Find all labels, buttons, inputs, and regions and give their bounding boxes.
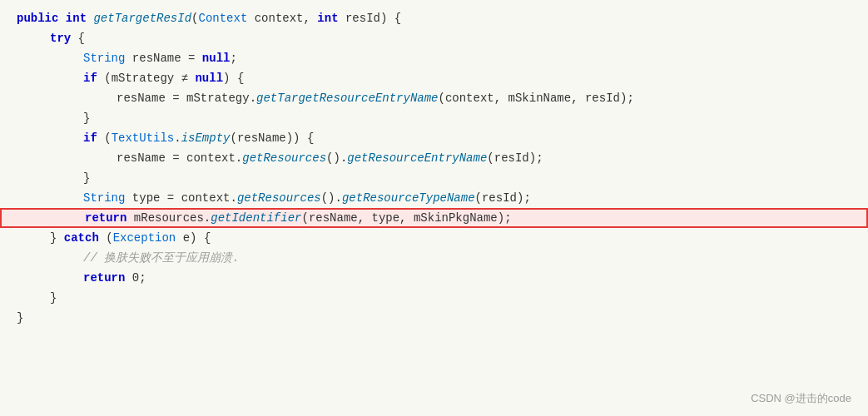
watermark: CSDN @进击的code <box>751 391 851 406</box>
code-line-10: String type = context.getResources().get… <box>0 188 868 208</box>
code-line-12: } catch (Exception e) { <box>0 228 868 248</box>
code-line-3: String resName = null; <box>0 48 868 68</box>
code-container: public int getTargetResId(Context contex… <box>0 0 868 416</box>
code-line-6: } <box>0 108 868 128</box>
code-line-7: if (TextUtils.isEmpty(resName)) { <box>0 128 868 148</box>
code-line-14: return 0; <box>0 268 868 288</box>
code-line-5: resName = mStrategy.getTargetResourceEnt… <box>0 88 868 108</box>
code-line-2: try { <box>0 28 868 48</box>
code-line-1: public int getTargetResId(Context contex… <box>0 8 868 28</box>
code-line-8: resName = context.getResources().getReso… <box>0 148 868 168</box>
code-line-15: } <box>0 288 868 308</box>
code-line-9: } <box>0 168 868 188</box>
code-line-4: if (mStrategy ≠ null) { <box>0 68 868 88</box>
code-line-13: // 换肤失败不至于应用崩溃. <box>0 248 868 268</box>
code-line-11: return mResources.getIdentifier(resName,… <box>0 208 868 228</box>
code-line-16: } <box>0 308 868 328</box>
